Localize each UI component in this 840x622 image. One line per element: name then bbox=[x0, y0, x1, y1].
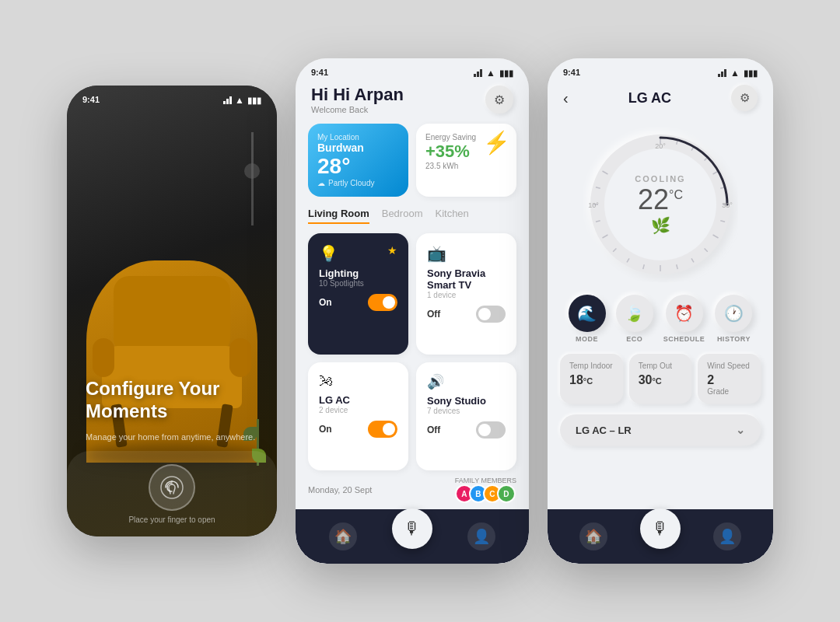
tab-bedroom[interactable]: Bedroom bbox=[382, 208, 423, 224]
toggle-knob bbox=[383, 296, 395, 309]
thermostat-dial[interactable]: 20° 10° 30° COOLING 22°C 🌿 bbox=[583, 127, 738, 282]
temp-out-value: 30°C bbox=[639, 373, 683, 387]
mic-nav-button[interactable]: 🎙 bbox=[392, 508, 432, 549]
eco-leaf-icon: 🌿 bbox=[635, 216, 685, 235]
weather-card: My Location Burdwan 28° ☁ Partly Cloudy bbox=[308, 124, 408, 197]
tv-toggle-row: Off bbox=[427, 306, 506, 323]
temp-indoor-label: Temp Indoor bbox=[569, 362, 614, 370]
tv-count: 1 device bbox=[427, 291, 506, 299]
profile-nav-button[interactable]: 👤 bbox=[467, 522, 495, 550]
phone2-bottom-nav: 🏠 🎙 👤 bbox=[296, 509, 529, 564]
ac-zone-dropdown[interactable]: LG AC – LR ⌄ bbox=[560, 414, 761, 446]
home-nav-button[interactable]: 🏠 bbox=[329, 522, 357, 550]
tv-toggle[interactable] bbox=[476, 306, 506, 323]
back-button[interactable]: ‹ bbox=[563, 89, 569, 107]
svg-text:10°: 10° bbox=[588, 201, 599, 209]
energy-kwh: 23.5 kWh bbox=[425, 162, 507, 170]
rooms-tabs: Living Room Bedroom Kitchen bbox=[296, 208, 529, 224]
weather-temp: 28° bbox=[317, 154, 399, 179]
phone2-header: Hi Hi Arpan Welcome Back ⚙ bbox=[296, 79, 529, 124]
wall-decor-circle bbox=[244, 163, 260, 179]
history-label: HISTORY bbox=[717, 335, 751, 343]
schedule-control[interactable]: ⏰ SCHEDULE bbox=[663, 295, 705, 343]
temp-value: 22°C bbox=[635, 183, 685, 216]
phone3-bottom-nav: 🏠 🎙 👤 bbox=[548, 509, 773, 564]
ac-settings-button[interactable]: ⚙ bbox=[731, 85, 758, 111]
eco-label: ECO bbox=[626, 335, 642, 343]
wind-speed-unit: Grade bbox=[707, 387, 751, 396]
dropdown-value: LG AC – LR bbox=[576, 425, 632, 436]
greeting-name: Hi Hi Arpan bbox=[311, 85, 404, 105]
settings-button[interactable]: ⚙ bbox=[485, 86, 513, 114]
temp-indoor-card: Temp Indoor 18°C bbox=[560, 354, 623, 404]
wind-speed-card: Wind Speed 2 Grade bbox=[698, 354, 761, 404]
phone3-wifi: ▲ bbox=[730, 68, 740, 79]
avatar-4: D bbox=[497, 484, 516, 503]
weather-city: Burdwan bbox=[317, 142, 399, 154]
family-label: FAMILY MEMBERS bbox=[455, 477, 516, 484]
tv-icon: 📺 bbox=[427, 244, 506, 263]
phone-2: 9:41 ▲ ▮▮▮ Hi Hi Arpan Welcome Back ⚙ My… bbox=[296, 58, 529, 564]
mode-control[interactable]: 🌊 MODE bbox=[569, 295, 606, 343]
studio-toggle[interactable] bbox=[476, 421, 506, 439]
wall-decor-line bbox=[251, 132, 254, 225]
phone1-hint: Place your finger to open bbox=[128, 515, 215, 524]
eco-control[interactable]: 🍃 ECO bbox=[616, 295, 653, 343]
studio-state: Off bbox=[427, 425, 440, 435]
phone3-time: 9:41 bbox=[563, 68, 580, 79]
date-row: Monday, 20 Sept FAMILY MEMBERS A B C D bbox=[296, 470, 529, 509]
studio-name: Sony Studio bbox=[427, 395, 506, 407]
toggle-knob-ac bbox=[383, 423, 395, 435]
fingerprint-button[interactable] bbox=[149, 464, 195, 511]
studio-count: 7 devices bbox=[427, 407, 506, 415]
lighting-toggle[interactable] bbox=[368, 294, 397, 311]
bolt-icon: ⚡ bbox=[483, 130, 510, 156]
device-card-studio: 🔊 Sony Studio 7 devices Off bbox=[416, 362, 516, 470]
battery-icon: ▮▮▮ bbox=[247, 96, 261, 106]
lighting-count: 10 Spotlights bbox=[319, 279, 397, 288]
ac-count: 2 device bbox=[319, 406, 397, 414]
thermostat-area: 20° 10° 30° COOLING 22°C 🌿 bbox=[548, 119, 773, 295]
toggle-knob-tv bbox=[478, 308, 491, 320]
weather-desc: ☁ Partly Cloudy bbox=[317, 179, 399, 187]
wind-speed-label: Wind Speed bbox=[707, 362, 751, 370]
cloud-icon: ☁ bbox=[317, 179, 325, 187]
dial-display: COOLING 22°C 🌿 bbox=[635, 174, 685, 235]
chevron-down-icon: ⌄ bbox=[736, 424, 745, 436]
tab-living-room[interactable]: Living Room bbox=[308, 208, 369, 224]
ac-name: LG AC bbox=[319, 394, 397, 406]
family-section: FAMILY MEMBERS A B C D bbox=[455, 477, 516, 503]
phone3-mic-button[interactable]: 🎙 bbox=[640, 508, 681, 549]
phone3-home-button[interactable]: 🏠 bbox=[579, 522, 607, 550]
phone3-profile-button[interactable]: 👤 bbox=[713, 522, 741, 550]
lighting-icon: 💡 bbox=[319, 244, 338, 263]
temp-out-label: Temp Out bbox=[639, 362, 683, 370]
phone3-battery: ▮▮▮ bbox=[744, 68, 758, 79]
phone1-bottom-bar: Place your finger to open bbox=[67, 451, 277, 536]
tv-state: Off bbox=[427, 309, 440, 320]
phone1-time: 9:41 bbox=[82, 95, 100, 106]
tab-kitchen[interactable]: Kitchen bbox=[435, 208, 468, 224]
phone2-time: 9:41 bbox=[311, 68, 328, 79]
ac-toggle[interactable] bbox=[368, 421, 397, 438]
welcome-text: Welcome Back bbox=[311, 105, 404, 114]
history-control[interactable]: 🕐 HISTORY bbox=[715, 295, 752, 343]
svg-text:20°: 20° bbox=[655, 142, 666, 150]
temp-indoor-value: 18°C bbox=[569, 373, 614, 387]
star-badge: ★ bbox=[387, 244, 397, 267]
phone2-status-bar: 9:41 ▲ ▮▮▮ bbox=[296, 58, 529, 79]
phone2-signal bbox=[474, 69, 482, 77]
info-cards: Temp Indoor 18°C Temp Out 30°C Wind Spee… bbox=[548, 354, 773, 414]
eco-icon: 🍃 bbox=[616, 295, 653, 332]
ac-controls: 🌊 MODE 🍃 ECO ⏰ SCHEDULE 🕐 HISTORY bbox=[548, 295, 773, 354]
device-card-lighting: 💡 ★ Lighting 10 Spotlights On bbox=[308, 233, 408, 355]
phone1-status-bar: 9:41 ▲ ▮▮▮ bbox=[67, 86, 277, 106]
weather-row: My Location Burdwan 28° ☁ Partly Cloudy … bbox=[296, 124, 529, 197]
schedule-icon: ⏰ bbox=[666, 295, 703, 332]
phone3-signal bbox=[718, 69, 726, 77]
mode-label: MODE bbox=[576, 335, 598, 343]
studio-toggle-row: Off bbox=[427, 421, 506, 439]
signal-icon bbox=[223, 96, 232, 104]
date-text: Monday, 20 Sept bbox=[308, 485, 372, 494]
svg-point-0 bbox=[161, 477, 183, 498]
